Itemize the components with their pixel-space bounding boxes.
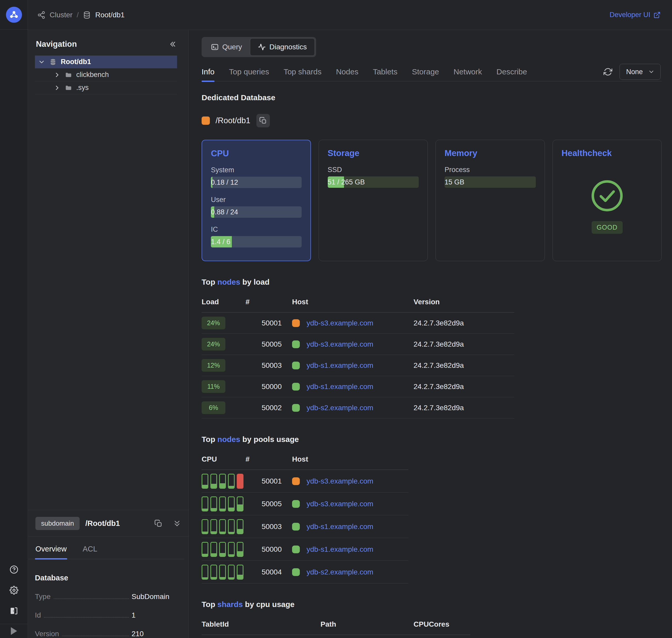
pool-usage-bar [228,519,235,534]
node-pools-row[interactable]: 50000 ydb-s1.example.com [201,538,408,561]
column-header-host[interactable]: Host [282,293,413,313]
pool-usage-bar [210,474,217,489]
ydb-logo[interactable] [6,7,22,23]
load-badge: 24% [201,338,225,351]
metric-label: User [211,196,301,204]
host-link[interactable]: ydb-s2.example.com [307,404,373,412]
tree-item-clickbench[interactable]: clickbench [35,68,177,81]
host-link[interactable]: ydb-s3.example.com [307,340,373,349]
host-link[interactable]: ydb-s1.example.com [307,383,373,391]
node-load-row[interactable]: 24% 50001 ydb-s3.example.com 24.2.7.3e82… [201,313,514,334]
chevron-right-icon[interactable] [53,84,61,91]
copy-database-path-button[interactable] [257,114,270,127]
title-suffix: by cpu usage [245,600,295,608]
host-link[interactable]: ydb-s3.example.com [307,319,373,327]
tab-describe[interactable]: Describe [496,62,527,81]
node-load-row[interactable]: 12% 50003 ydb-s1.example.com 24.2.7.3e82… [201,355,514,376]
column-header-tabletid[interactable]: TabletId [201,616,321,635]
pool-usage-bar [210,565,217,580]
node-load-row[interactable]: 11% 50000 ydb-s1.example.com 24.2.7.3e82… [201,376,514,397]
host-link[interactable]: ydb-s3.example.com [307,477,373,485]
diagnostics-view-button[interactable]: Diagnostics [250,38,315,56]
column-header-load[interactable]: Load [201,293,246,313]
pool-usage-bar [210,519,217,534]
tree-item-label: Root/db1 [61,58,91,66]
meter-value: 0.18 / 12 [211,179,238,186]
developer-ui-link[interactable]: Developer UI [609,11,661,19]
shards-link[interactable]: shards [217,600,243,608]
memory-card-title: Memory [445,148,536,158]
breadcrumb-entity[interactable]: Root/db1 [95,11,125,19]
pool-usage-bar [237,542,244,557]
refresh-button[interactable] [604,67,612,76]
rail-bottom-divider [0,624,28,624]
column-header-host[interactable]: Host [282,451,408,470]
settings-button[interactable] [6,583,22,598]
tab-top-queries[interactable]: Top queries [229,62,269,81]
tab-storage[interactable]: Storage [412,62,439,81]
help-button[interactable] [6,562,22,577]
host-link[interactable]: ydb-s1.example.com [307,362,373,370]
chevron-down-icon[interactable] [38,58,45,66]
schema-tree: Root/db1 clickbench .sys [35,55,177,94]
top-nodes-pools-table: CPU # Host 50001 ydb-s3.example.com 5000… [201,451,408,584]
dotted-leader [62,636,129,636]
breadcrumb-cluster[interactable]: Cluster [50,11,72,19]
tab-network[interactable]: Network [454,62,482,81]
copy-path-button[interactable] [154,519,163,528]
nodes-link[interactable]: nodes [217,278,240,286]
tree-item-sys[interactable]: .sys [35,81,177,94]
query-view-button[interactable]: Query [203,38,250,56]
host-link[interactable]: ydb-s2.example.com [307,568,373,576]
column-header-cpu[interactable]: CPU [201,451,246,470]
column-header-cpucores[interactable]: CPUCores [413,616,470,635]
pool-usage-bar [201,542,208,557]
cpu-card[interactable]: CPU System 0.18 / 12 User 0.88 / 24 IC [201,140,311,261]
cluster-icon [37,11,46,19]
pool-usage-bar [228,565,235,580]
tab-top-shards[interactable]: Top shards [283,62,322,81]
system-meter: 0.18 / 12 [211,177,301,188]
autorefresh-select[interactable]: None [620,64,661,80]
host-link[interactable]: ydb-s1.example.com [307,522,373,531]
node-pools-row[interactable]: 50005 ydb-s3.example.com [201,492,408,515]
pool-usage-bar [237,565,244,580]
pool-usage-bar [237,497,244,511]
top-nodes-load-table: Load # Host Version 24% 50001 ydb-s3.exa… [201,293,514,418]
node-pools-row[interactable]: 50003 ydb-s1.example.com [201,515,408,538]
node-id: 50000 [246,376,282,397]
tree-item-root[interactable]: Root/db1 [35,55,177,68]
node-load-row[interactable]: 6% 50002 ydb-s2.example.com 24.2.7.3e82d… [201,397,514,418]
collapse-sidebar-button[interactable] [168,40,177,48]
memory-card[interactable]: Memory Process 15 GB [436,140,545,261]
cpu-pool-gauges [201,474,246,489]
shard-row[interactable]: 72075186224038688 /clickbench/hits 66% [201,635,470,638]
host-link[interactable]: ydb-s3.example.com [307,500,373,508]
tab-acl[interactable]: ACL [82,543,98,559]
column-header-id[interactable]: # [246,293,282,313]
account-exit-button[interactable] [6,603,22,619]
tab-overview[interactable]: Overview [35,543,67,559]
gear-icon [10,586,18,594]
metric-label: IC [211,225,301,234]
chevron-right-icon[interactable] [53,71,61,79]
column-header-id[interactable]: # [246,451,282,470]
node-status-dot [292,545,300,553]
tab-nodes[interactable]: Nodes [336,62,359,81]
storage-card[interactable]: Storage SSD 51 / 265 GB [319,140,428,261]
node-pools-row[interactable]: 50004 ydb-s2.example.com [201,561,408,584]
healthcheck-card[interactable]: Healthcheck GOOD [553,140,662,261]
tab-tablets[interactable]: Tablets [373,62,397,81]
info-value: SubDomain [132,592,181,601]
node-load-row[interactable]: 24% 50005 ydb-s3.example.com 24.2.7.3e82… [201,334,514,355]
load-badge: 12% [201,359,225,372]
tab-info[interactable]: Info [201,62,214,81]
expand-panel-button[interactable] [11,627,17,635]
column-header-path[interactable]: Path [321,616,413,635]
nodes-link[interactable]: nodes [217,435,240,443]
node-id: 50005 [246,492,282,515]
node-pools-row[interactable]: 50001 ydb-s3.example.com [201,470,408,492]
column-header-version[interactable]: Version [413,293,514,313]
collapse-panel-button[interactable] [173,519,181,528]
host-link[interactable]: ydb-s1.example.com [307,545,373,554]
